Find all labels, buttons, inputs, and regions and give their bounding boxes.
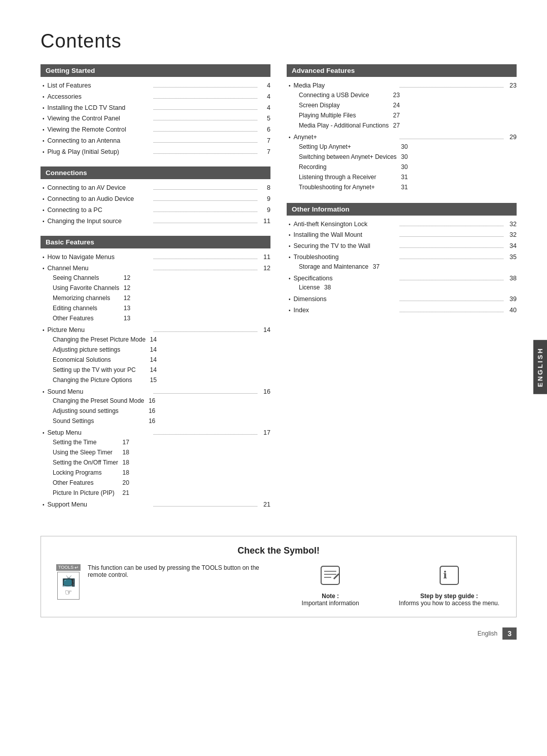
sub-item: Adjusting picture settings14 [53,345,157,354]
sub-list: Changing the Preset Sound Mode16 Adjusti… [43,396,155,427]
footer-language: English [478,630,497,637]
sub-text: Using the Sleep Timer [53,448,118,457]
sub-page: 30 [397,142,408,151]
sub-page: 18 [118,458,129,467]
check-symbol-title: Check the Symbol! [56,545,501,556]
sub-page: 12 [119,283,130,292]
dots [153,153,257,154]
bullet-icon: • [43,115,45,122]
sub-list: Seeing Channels12 Using Favorite Channel… [43,273,130,324]
sub-text: Memorizing channels [53,293,119,303]
footer: English 3 [41,627,517,640]
sub-text: Locking Programs [53,468,118,477]
footer-page-number: 3 [502,627,517,640]
bullet-icon: • [289,231,291,239]
sub-page: 27 [388,111,400,120]
dots [400,280,503,280]
sub-item: Adjusting sound settings16 [53,406,155,415]
sub-text: Switching between Anynet+ Devices [299,152,397,161]
sub-text: Screen Display [299,101,388,110]
dots [400,247,503,248]
item-text: Installing the Wall Mount [294,230,398,240]
bullet-icon: • [289,307,291,314]
item-text: Accessories [48,92,151,102]
bullet-icon: • [43,126,45,134]
tools-block: TOOLS ↵ 📺 ☞ This function can be used by… [56,564,263,600]
page-num: 11 [259,253,270,262]
section-other-information: Other Information • Anti-theft Kensingto… [287,203,517,315]
list-item: • Sound Menu 16 Changing the Preset Soun… [43,387,270,427]
sub-page: 16 [144,416,155,426]
sub-list: Setting the Time17 Using the Sleep Timer… [43,438,129,498]
section-advanced-features: Advanced Features • Media Play 23 Connec… [287,64,517,193]
note-block: Note : Important information [279,564,382,607]
bullet-icon: • [289,242,291,250]
section-getting-started: Getting Started • List of Features 4 • A… [41,64,270,156]
sub-item: Recording30 [299,162,408,172]
bullet-icon: • [43,93,45,101]
page-num: 9 [259,205,270,215]
item-text: Connecting to an Antenna [48,136,151,146]
list-item: • Index 40 [289,306,517,315]
item-text: List of Features [48,81,151,91]
bullet-icon: • [43,184,45,192]
list-item: • Support Menu 21 [43,500,270,510]
page-num: 34 [505,241,517,251]
item-text: Viewing the Remote Control [48,125,151,135]
sub-page: 21 [118,488,129,497]
sub-text: Playing Multiple Files [299,111,388,120]
bullet-icon: • [43,137,45,145]
symbol-row: TOOLS ↵ 📺 ☞ This function can be used by… [56,564,501,607]
item-text: Picture Menu [48,325,151,335]
bullet-icon: • [289,254,291,261]
sub-item: Setting the Time17 [53,438,129,447]
guide-icon: ℹ [398,564,501,591]
sub-page: 13 [119,304,130,313]
page-num: 7 [259,136,270,146]
tools-arrow-icon: ↵ [74,565,79,570]
note-svg [319,564,341,586]
sub-page: 16 [144,406,155,415]
sub-item: Setting the On/Off Timer18 [53,458,129,467]
sub-text: License [299,283,320,292]
sub-page: 14 [145,335,157,344]
page-num: 39 [505,295,517,304]
page-num: 9 [259,194,270,204]
dots [400,87,503,88]
page-num: 35 [505,253,517,262]
sub-page: 12 [119,273,130,282]
list-item: • Changing the Input source 11 [43,217,270,226]
page-num: 29 [505,133,517,142]
item-text: Plug & Play (Initial Setup) [48,147,151,157]
sub-item: Listening through a Receiver31 [299,173,408,182]
bullet-icon: • [289,296,291,303]
sub-page: 13 [119,314,130,323]
tools-hand-icon: ☞ [65,587,72,597]
basic-features-list: • How to Navigate Menus 11 • Channel Men… [41,253,270,510]
sub-item: Using the Sleep Timer18 [53,448,129,457]
connections-list: • Connecting to an AV Device 8 • Connect… [41,183,270,226]
sub-page: 14 [145,345,157,354]
sub-page: 24 [388,101,400,110]
page-num: 7 [259,147,270,157]
item-text: Support Menu [48,500,151,510]
check-symbol-section: Check the Symbol! TOOLS ↵ 📺 ☞ This funct… [41,536,517,617]
item-text: Index [294,306,398,315]
sub-page: 18 [118,448,129,457]
note-label: Note : Important information [279,593,382,607]
main-content: Getting Started • List of Features 4 • A… [41,64,517,520]
bullet-icon: • [43,265,45,272]
page-num: 4 [259,92,270,102]
item-text: Channel Menu [48,264,151,273]
sub-page: 30 [397,152,408,161]
dots [153,142,257,143]
list-item: • Media Play 23 Connecting a USB Device2… [289,81,517,131]
sub-item: Setting Up Anynet+30 [299,142,408,151]
page-title: Contents [41,30,517,52]
section-header-getting-started: Getting Started [41,64,270,77]
sub-text: Seeing Channels [53,273,119,282]
sub-page: 30 [397,162,408,172]
sub-text: Listening through a Receiver [299,173,397,182]
dots [153,434,257,435]
sub-list: Storage and Maintenance37 [289,262,379,272]
